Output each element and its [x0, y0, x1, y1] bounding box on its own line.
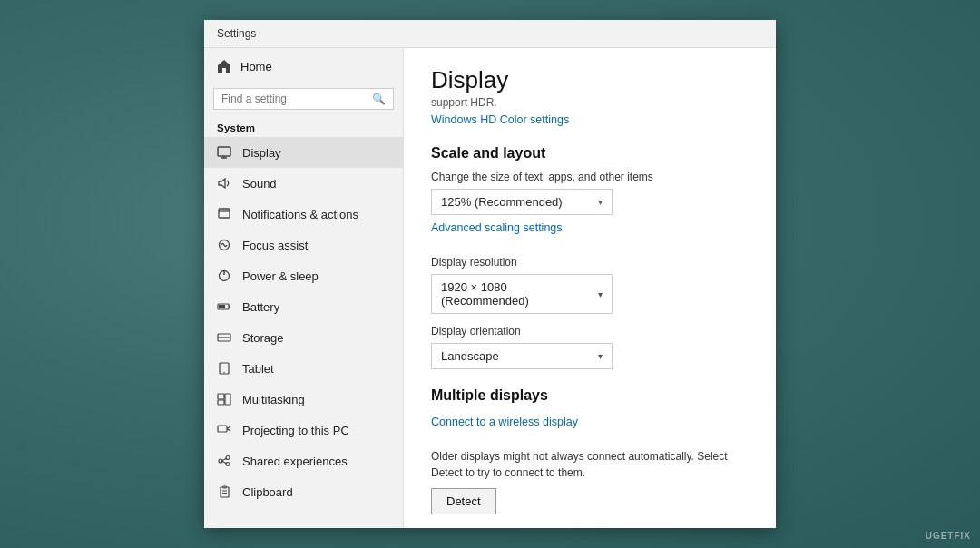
scale-chevron-icon: ▾: [598, 197, 603, 207]
search-icon: 🔍: [372, 93, 386, 105]
main-content: Display support HDR. Windows HD Color se…: [404, 48, 776, 528]
resolution-selected: 1920 × 1080 (Recommended): [441, 280, 598, 308]
sidebar-label-sound: Sound: [242, 177, 277, 191]
svg-rect-10: [229, 306, 230, 308]
sidebar-item-projecting[interactable]: Projecting to this PC: [204, 415, 403, 445]
resolution-dropdown[interactable]: 1920 × 1080 (Recommended) ▾: [431, 274, 612, 314]
svg-rect-16: [218, 394, 224, 399]
sidebar-item-home[interactable]: Home: [204, 48, 403, 84]
clipboard-icon: [217, 484, 231, 499]
sidebar-label-notifications: Notifications & actions: [242, 208, 358, 221]
svg-point-26: [226, 463, 230, 466]
display-icon: [217, 145, 231, 160]
shared-icon: [217, 454, 231, 468]
sidebar-section-header: System: [204, 117, 403, 137]
sidebar-item-clipboard[interactable]: Clipboard: [204, 476, 403, 507]
change-size-label: Change the size of text, apps, and other…: [431, 171, 749, 183]
watermark: UGETFIX: [926, 531, 971, 541]
detect-button[interactable]: Detect: [431, 488, 496, 514]
home-label: Home: [240, 60, 272, 73]
orientation-label: Display orientation: [431, 325, 749, 338]
resolution-chevron-icon: ▾: [598, 289, 603, 299]
sidebar-label-display: Display: [242, 146, 281, 160]
sidebar-label-shared: Shared experiences: [242, 455, 348, 468]
sidebar-item-notifications[interactable]: Notifications & actions: [204, 199, 403, 230]
sidebar-item-battery[interactable]: Battery: [204, 291, 403, 322]
sidebar-item-shared[interactable]: Shared experiences: [204, 445, 403, 476]
sidebar-label-focus: Focus assist: [242, 239, 308, 252]
search-box[interactable]: 🔍: [213, 88, 394, 110]
notifications-icon: [217, 207, 231, 221]
sidebar-item-multitasking[interactable]: Multitasking: [204, 384, 403, 415]
sidebar-label-power: Power & sleep: [242, 269, 318, 283]
svg-rect-4: [219, 209, 230, 218]
multiple-displays-title: Multiple displays: [431, 387, 749, 404]
orientation-chevron-icon: ▾: [598, 351, 603, 361]
svg-rect-17: [218, 400, 224, 405]
hdr-text: support HDR.: [431, 96, 749, 109]
advanced-display-link[interactable]: Advanced display settings: [431, 527, 749, 528]
hdr-link[interactable]: Windows HD Color settings: [431, 113, 569, 126]
sidebar-item-display[interactable]: Display: [204, 137, 403, 168]
sidebar-label-clipboard: Clipboard: [242, 485, 293, 499]
svg-rect-0: [218, 147, 230, 156]
projecting-icon: [217, 423, 231, 437]
page-title: Display: [431, 66, 749, 94]
sidebar-item-storage[interactable]: Storage: [204, 322, 403, 353]
scale-section-title: Scale and layout: [431, 145, 749, 161]
svg-marker-3: [219, 179, 225, 188]
svg-point-15: [223, 372, 224, 373]
sidebar-label-storage: Storage: [242, 331, 284, 345]
svg-line-21: [227, 429, 230, 432]
search-input[interactable]: [221, 93, 367, 105]
sidebar-item-sound[interactable]: Sound: [204, 168, 403, 199]
svg-rect-18: [225, 394, 230, 405]
sidebar-item-tablet[interactable]: Tablet: [204, 353, 403, 384]
storage-icon: [217, 330, 231, 345]
sidebar-label-multitasking: Multitasking: [242, 393, 305, 406]
title-bar: Settings: [204, 20, 776, 48]
tablet-icon: [217, 361, 231, 376]
focus-icon: [217, 238, 231, 252]
window-title: Settings: [217, 27, 256, 40]
power-icon: [217, 269, 231, 283]
scale-selected: 125% (Recommended): [441, 195, 563, 209]
sidebar-label-tablet: Tablet: [242, 362, 274, 376]
svg-point-25: [226, 456, 230, 460]
battery-icon: [217, 299, 231, 314]
sidebar: Home 🔍 System Display Sound: [204, 48, 404, 528]
svg-rect-11: [219, 305, 225, 308]
sidebar-item-power[interactable]: Power & sleep: [204, 260, 403, 291]
connect-wireless-link[interactable]: Connect to a wireless display: [431, 416, 578, 428]
sound-icon: [217, 176, 231, 191]
svg-line-20: [227, 426, 230, 429]
orientation-selected: Landscape: [441, 349, 499, 363]
sidebar-label-battery: Battery: [242, 300, 279, 314]
resolution-label: Display resolution: [431, 256, 749, 269]
scale-dropdown[interactable]: 125% (Recommended) ▾: [431, 189, 612, 215]
multitasking-icon: [217, 392, 231, 406]
older-displays-text: Older displays might not always connect …: [431, 448, 740, 481]
sidebar-item-focus[interactable]: Focus assist: [204, 230, 403, 260]
advanced-scaling-link[interactable]: Advanced scaling settings: [431, 221, 563, 234]
home-icon: [217, 59, 231, 73]
svg-rect-27: [220, 487, 229, 497]
orientation-dropdown[interactable]: Landscape ▾: [431, 343, 612, 369]
settings-window: Settings Home 🔍 System: [204, 20, 776, 528]
sidebar-label-projecting: Projecting to this PC: [242, 424, 349, 437]
window-content: Home 🔍 System Display Sound: [204, 48, 776, 528]
svg-rect-19: [218, 426, 227, 432]
